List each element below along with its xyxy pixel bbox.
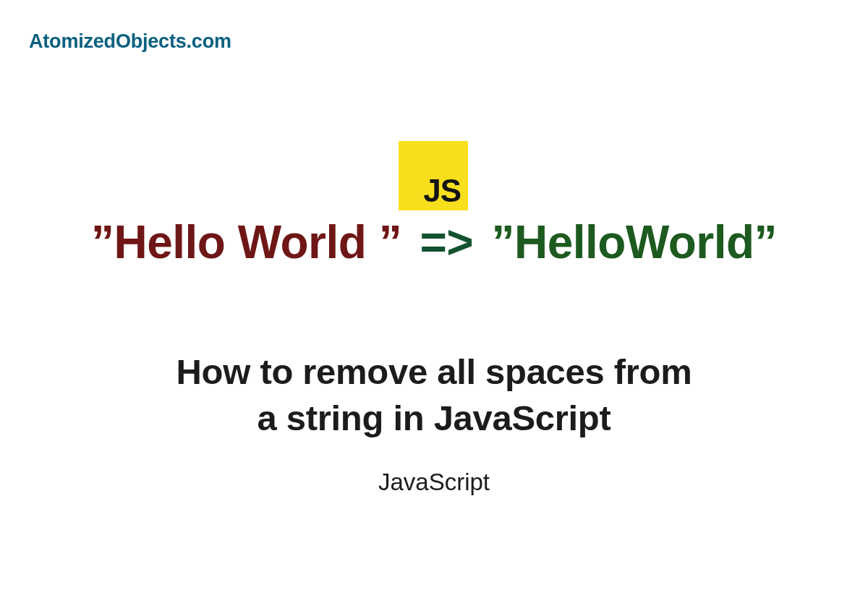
headline-line-2: a string in JavaScript [257, 398, 610, 437]
article-category: JavaScript [0, 469, 868, 496]
arrow-icon: => [420, 216, 473, 268]
example-output-string: ”HelloWorld” [491, 216, 777, 268]
js-logo-icon: JS [399, 141, 468, 210]
article-title: How to remove all spaces from a string i… [0, 349, 868, 441]
headline-line-1: How to remove all spaces from [176, 352, 692, 391]
code-example: ”Hello World ” => ”HelloWorld” [0, 215, 868, 269]
example-input-string: ”Hello World ” [91, 216, 401, 268]
site-brand: AtomizedObjects.com [29, 30, 231, 53]
